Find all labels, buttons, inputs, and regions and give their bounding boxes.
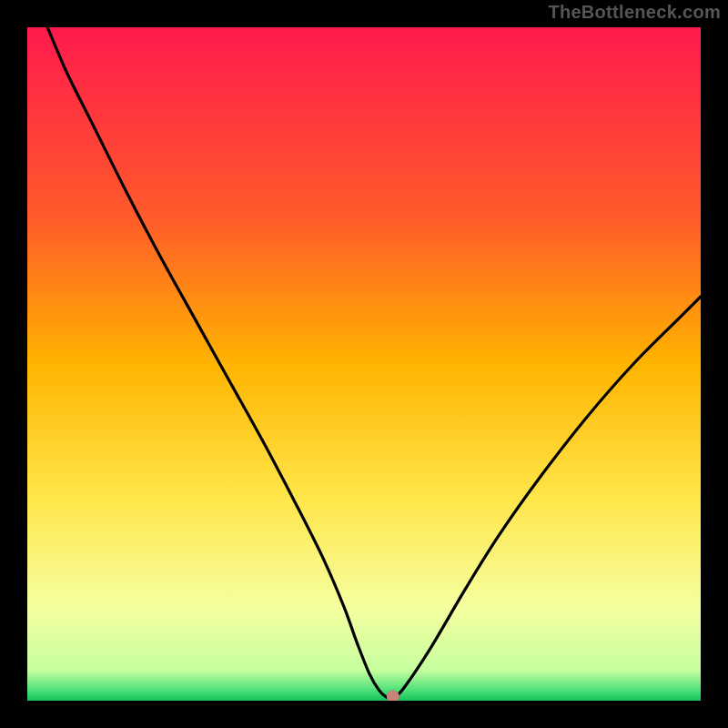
plot-svg xyxy=(27,27,701,701)
gradient-background xyxy=(27,27,701,701)
chart-frame: TheBottleneck.com xyxy=(0,0,728,728)
plot-area xyxy=(27,27,701,701)
optimal-point-marker xyxy=(387,691,399,701)
watermark-text: TheBottleneck.com xyxy=(548,2,721,23)
